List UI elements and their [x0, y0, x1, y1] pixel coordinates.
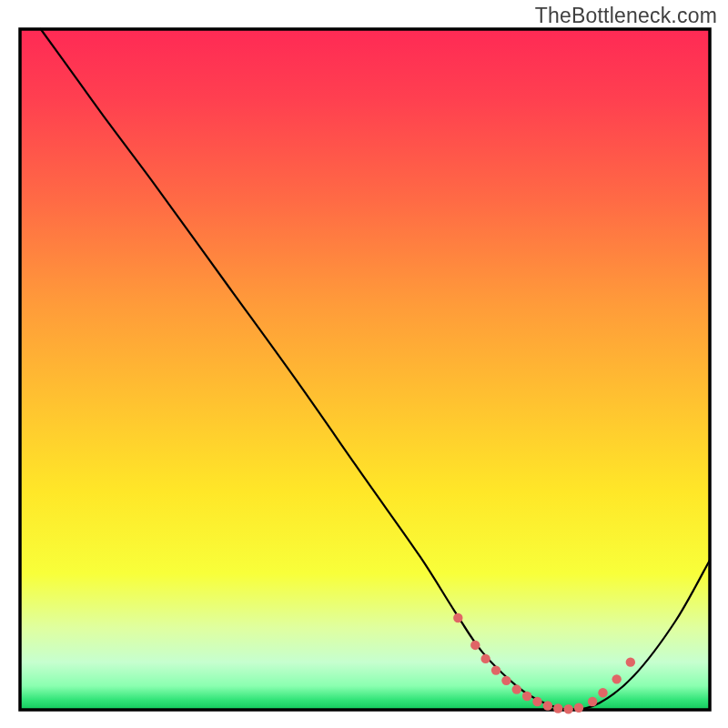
chart-container: { "watermark": "TheBottleneck.com", "cha…	[0, 0, 728, 728]
sweet-spot-dot	[491, 665, 500, 674]
sweet-spot-dot	[598, 688, 607, 697]
sweet-spot-dot	[626, 657, 635, 666]
sweet-spot-dot	[522, 692, 531, 701]
bottleneck-chart	[0, 0, 728, 728]
sweet-spot-dot	[470, 641, 480, 650]
sweet-spot-dot	[553, 703, 562, 713]
sweet-spot-dot	[512, 684, 521, 693]
sweet-spot-dot	[501, 676, 511, 685]
watermark-text: TheBottleneck.com	[535, 4, 717, 28]
plot-background	[20, 29, 710, 710]
sweet-spot-dot	[543, 701, 552, 710]
sweet-spot-dot	[480, 654, 490, 663]
sweet-spot-dot	[574, 703, 583, 713]
sweet-spot-dot	[453, 613, 462, 622]
sweet-spot-dot	[612, 674, 621, 683]
sweet-spot-dot	[563, 704, 572, 713]
sweet-spot-dot	[532, 697, 541, 706]
sweet-spot-dot	[588, 697, 597, 706]
